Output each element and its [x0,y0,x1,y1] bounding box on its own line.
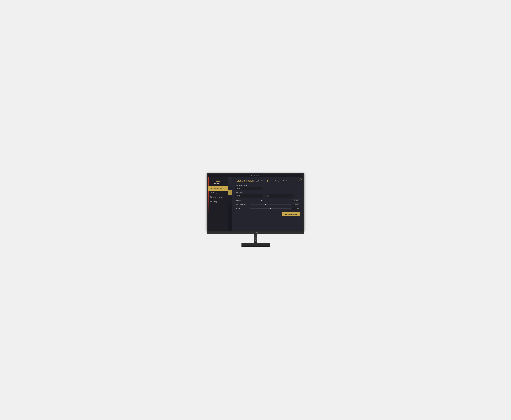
brightness-thumb[interactable] [261,200,262,202]
apply-target-label: Apply Target Settings [235,184,300,186]
color-gamut-1-arrow: ▼ [261,195,262,197]
camera-icon [210,188,212,189]
gamma-label: Gamma [235,208,248,209]
user-mode-2-checkbox[interactable] [278,180,279,181]
minimize-button[interactable]: — [295,175,297,177]
preset-mode-checkbox[interactable] [256,180,258,181]
gamma-track[interactable] [250,208,291,209]
svg-rect-5 [210,188,211,188]
sidebar-label-color-calibration: Color Calibration [213,188,222,189]
asus-logo: /ASUS [253,232,258,233]
main-content: i Color Calibration Preset Mode User Mod… [232,177,303,231]
svg-point-4 [210,188,211,188]
gamma-row: Gamma 2.2 [235,207,300,210]
monitor-wrapper: Color Calibration — □ ✕ [207,173,304,247]
color-gamut-dropdown-2[interactable]: sRGB ▼ [264,194,293,198]
user-mode-1-label: User Mode 1 [269,180,276,181]
mode-options: Preset Mode User Mode 1 User Mode 2 [256,180,287,181]
monitor-screen-bezel: Color Calibration — □ ✕ [207,173,304,231]
color-gamut-1-value: sRGB [237,195,240,197]
svg-rect-9 [210,197,211,198]
brightness-value: 80 cd/m2 [292,200,300,202]
sidebar-item-settings[interactable]: Settings [208,200,228,204]
user-mode-1-checkbox[interactable] [267,180,268,181]
user-mode-2-label: User Mode 2 [280,180,287,181]
sidebar: PA32DC ▼ [208,177,228,231]
sidebar-logo: PA32DC ▼ [208,179,228,184]
sidebar-label-customized-target: Customized Target [213,197,224,198]
gamma-value: 2.2 [292,207,300,210]
gamma-thumb[interactable] [270,208,271,209]
apply-target-dropdown[interactable]: sRGB ▼ [235,187,263,190]
sidebar-nav: Color Calibration History [208,186,228,204]
mode-option-user1[interactable]: User Mode 1 [267,180,276,181]
apply-target-value: sRGB [237,188,240,189]
device-dropdown-arrow[interactable]: ▼ [220,183,221,184]
color-temperature-label: Color Temperature [235,204,248,205]
target-icon [210,196,212,198]
stand-base [241,243,270,247]
start-calibration-button[interactable]: Start Calibration [282,212,300,216]
stand-neck [254,234,257,243]
settings-icon [210,201,212,203]
apply-target-arrow: ▼ [261,188,262,189]
title-bar-controls: — □ ✕ [295,175,302,177]
app-window: Color Calibration — □ ✕ [208,174,303,231]
brightness-label: Brightness [235,200,248,202]
info-button[interactable]: i [299,179,301,181]
color-gamut-2-arrow: ▼ [290,195,291,197]
color-temperature-row: Color Temperature 6,500K [235,203,300,206]
svg-rect-2 [217,182,219,182]
color-temperature-value: 6,500K [292,203,300,206]
color-temperature-thumb[interactable] [265,204,266,205]
sidebar-label-history: History [213,192,217,194]
history-icon [210,192,212,194]
page-title: Color Calibration [235,179,254,182]
color-gamut-row: sRGB ▼ sRGB ▼ [235,194,300,198]
mode-option-preset[interactable]: Preset Mode [256,180,265,181]
sidebar-panel-active-stripe [228,190,232,195]
brightness-track[interactable] [250,201,291,201]
svg-line-8 [211,193,211,193]
brightness-row: Brightness 80 cd/m2 [235,200,300,202]
color-gamut-dropdown-1[interactable]: sRGB ▼ [235,194,263,198]
title-bar-title: Color Calibration [251,175,260,177]
monitor-bottom-bezel: /ASUS [207,231,304,234]
color-temperature-track[interactable] [250,204,291,205]
svg-rect-0 [216,179,220,181]
app-body: PA32DC ▼ [208,177,303,231]
sidebar-diagonal-panel [228,177,232,231]
mode-option-user2[interactable]: User Mode 2 [278,180,287,181]
color-gamut-label: Color Gamut [235,192,300,194]
page-header: Color Calibration Preset Mode User Mode … [235,179,300,182]
color-gamut-2-value: sRGB [266,195,270,197]
close-button[interactable]: ✕ [300,175,302,177]
svg-point-12 [210,201,211,202]
stand-neck-accent [254,239,257,240]
sidebar-label-settings: Settings [213,201,218,202]
preset-mode-label: Preset Mode [258,180,265,181]
maximize-button[interactable]: □ [298,175,300,177]
apply-target-dropdown-wrapper: sRGB ▼ [235,187,300,190]
calibration-footer: Start Calibration [235,212,300,216]
monitor-logo-icon [216,179,220,182]
device-name-row: PA32DC ▼ [214,183,221,184]
sidebar-item-history[interactable]: History [208,191,228,195]
sidebar-item-color-calibration[interactable]: Color Calibration [208,186,228,191]
sliders-section: Brightness 80 cd/m2 Color Temperature [235,200,300,210]
device-name: PA32DC [214,183,220,184]
title-bar: Color Calibration — □ ✕ [208,174,303,177]
stand-base-bottom [242,246,269,247]
svg-rect-1 [218,181,218,182]
sidebar-item-customized-target[interactable]: Customized Target [208,195,228,200]
